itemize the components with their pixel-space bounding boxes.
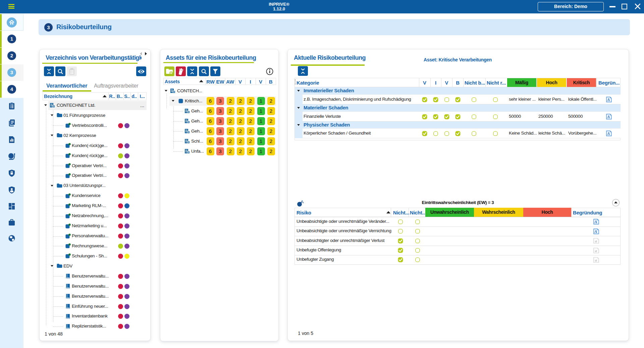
svg-text:a: a — [595, 248, 597, 252]
svg-text:a: a — [595, 239, 597, 243]
svg-text:A: A — [607, 98, 610, 102]
svg-text:A: A — [594, 220, 597, 224]
svg-text:A: A — [607, 115, 610, 119]
svg-text:A: A — [594, 229, 597, 233]
svg-text:A: A — [607, 132, 610, 136]
svg-text:a: a — [595, 258, 597, 262]
